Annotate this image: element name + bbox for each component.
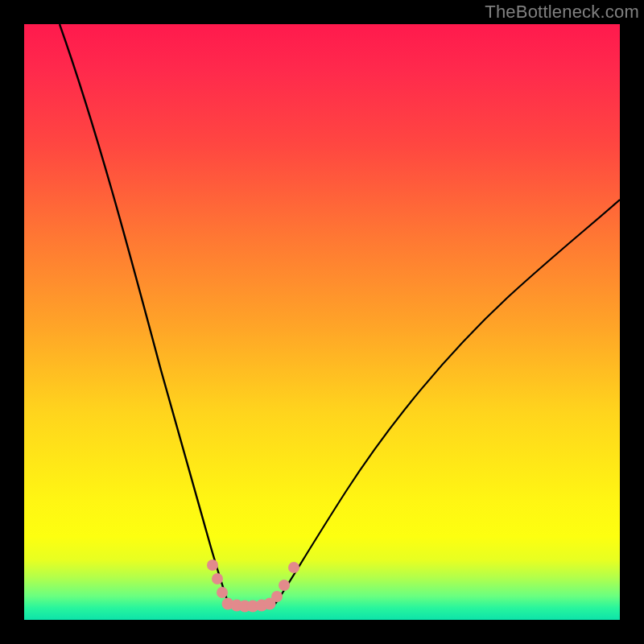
markers-left — [207, 559, 228, 598]
svg-point-9 — [271, 591, 283, 602]
svg-point-11 — [288, 562, 299, 573]
markers-floor — [222, 598, 276, 613]
svg-point-10 — [279, 580, 290, 591]
plot-area — [24, 24, 620, 620]
markers-right — [271, 562, 299, 602]
watermark-text: TheBottleneck.com — [485, 2, 639, 23]
svg-point-1 — [212, 573, 223, 584]
svg-point-2 — [217, 587, 228, 598]
curve-left — [60, 24, 229, 604]
chart-frame: TheBottleneck.com — [0, 0, 644, 644]
bottleneck-curve-svg — [24, 24, 620, 620]
svg-point-0 — [207, 559, 218, 571]
curve-right — [275, 200, 620, 604]
